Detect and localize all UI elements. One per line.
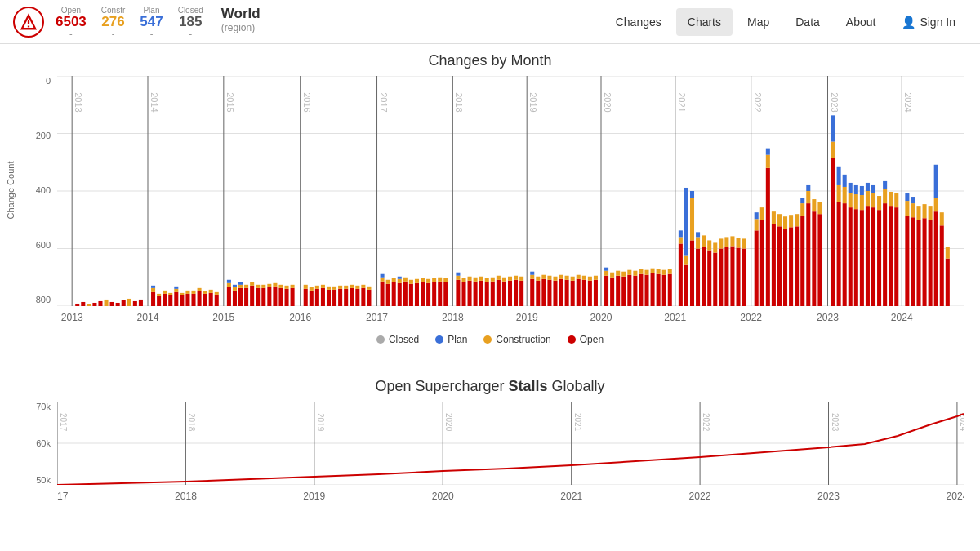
svg-rect-156 bbox=[479, 281, 483, 306]
svg-rect-237 bbox=[707, 240, 711, 250]
svg-rect-84 bbox=[256, 285, 260, 288]
svg-rect-297 bbox=[866, 191, 870, 206]
svg-rect-132 bbox=[403, 278, 408, 282]
svg-rect-97 bbox=[304, 289, 308, 306]
svg-text:2023: 2023 bbox=[830, 92, 840, 113]
svg-rect-267 bbox=[795, 214, 799, 226]
svg-text:2017: 2017 bbox=[366, 312, 388, 323]
svg-rect-46 bbox=[151, 286, 155, 288]
svg-rect-185 bbox=[565, 280, 569, 306]
plan-dot bbox=[435, 335, 443, 344]
svg-rect-264 bbox=[789, 227, 793, 306]
svg-rect-178 bbox=[541, 275, 546, 279]
svg-rect-64 bbox=[203, 294, 207, 306]
svg-text:2018: 2018 bbox=[442, 312, 464, 323]
svg-rect-166 bbox=[508, 281, 512, 306]
svg-rect-197 bbox=[604, 276, 608, 306]
legend-construction: Construction bbox=[483, 334, 550, 345]
svg-rect-200 bbox=[610, 278, 614, 306]
main-content: Changes by Month Change Count 800 600 40… bbox=[0, 44, 980, 551]
chart2-container: 70k 60k 50k 2017 2018 2019 bbox=[16, 402, 964, 508]
svg-text:2024: 2024 bbox=[891, 312, 913, 323]
svg-rect-135 bbox=[415, 283, 419, 306]
app-logo[interactable] bbox=[13, 7, 44, 38]
svg-rect-301 bbox=[871, 185, 875, 193]
svg-text:2013: 2013 bbox=[61, 312, 83, 323]
svg-rect-66 bbox=[209, 293, 213, 306]
svg-rect-142 bbox=[432, 278, 436, 282]
svg-text:2020: 2020 bbox=[432, 491, 454, 502]
svg-rect-86 bbox=[261, 285, 265, 288]
svg-rect-311 bbox=[905, 216, 909, 306]
svg-rect-325 bbox=[934, 165, 938, 198]
legend-closed: Closed bbox=[376, 334, 419, 345]
svg-rect-326 bbox=[940, 225, 944, 306]
svg-rect-75 bbox=[233, 285, 237, 287]
svg-rect-114 bbox=[350, 285, 354, 288]
open-dot bbox=[568, 335, 576, 344]
svg-rect-286 bbox=[843, 175, 847, 187]
svg-rect-72 bbox=[227, 280, 231, 283]
nav-signin[interactable]: 👤 Sign In bbox=[890, 11, 967, 33]
svg-rect-190 bbox=[577, 275, 581, 279]
svg-rect-188 bbox=[571, 277, 575, 281]
svg-rect-206 bbox=[627, 275, 631, 306]
svg-rect-77 bbox=[238, 285, 243, 288]
svg-rect-93 bbox=[285, 289, 289, 306]
svg-rect-61 bbox=[191, 291, 195, 294]
svg-rect-265 bbox=[789, 215, 793, 227]
svg-rect-109 bbox=[338, 289, 342, 306]
svg-rect-232 bbox=[696, 237, 700, 248]
svg-rect-204 bbox=[621, 277, 626, 306]
svg-text:2024: 2024 bbox=[946, 491, 964, 502]
svg-rect-134 bbox=[409, 280, 413, 284]
svg-rect-240 bbox=[719, 249, 723, 307]
nav-charts[interactable]: Charts bbox=[676, 8, 733, 36]
svg-rect-155 bbox=[474, 278, 478, 282]
svg-text:2014: 2014 bbox=[137, 312, 159, 323]
svg-rect-106 bbox=[327, 287, 331, 290]
svg-text:2016: 2016 bbox=[302, 92, 312, 113]
svg-rect-314 bbox=[911, 217, 915, 306]
nav-data[interactable]: Data bbox=[784, 8, 831, 36]
svg-rect-258 bbox=[772, 224, 776, 306]
svg-rect-133 bbox=[409, 284, 413, 306]
svg-rect-148 bbox=[456, 276, 460, 280]
svg-rect-201 bbox=[610, 273, 614, 278]
svg-rect-285 bbox=[843, 187, 847, 203]
svg-text:2019: 2019 bbox=[516, 312, 538, 323]
svg-rect-130 bbox=[398, 277, 402, 279]
svg-rect-320 bbox=[923, 204, 927, 218]
nav-map[interactable]: Map bbox=[736, 8, 781, 36]
svg-rect-118 bbox=[361, 285, 365, 288]
stat-closed: Closed 185 - bbox=[178, 6, 203, 38]
svg-rect-60 bbox=[191, 294, 195, 306]
svg-rect-145 bbox=[443, 282, 448, 306]
svg-rect-266 bbox=[795, 226, 799, 306]
svg-rect-57 bbox=[180, 293, 184, 295]
svg-rect-191 bbox=[582, 280, 586, 306]
svg-rect-317 bbox=[916, 220, 920, 306]
nav-changes[interactable]: Changes bbox=[604, 8, 673, 36]
svg-rect-327 bbox=[940, 212, 944, 225]
svg-rect-108 bbox=[332, 287, 336, 290]
svg-rect-254 bbox=[766, 155, 770, 168]
svg-rect-171 bbox=[519, 277, 523, 281]
svg-rect-202 bbox=[616, 276, 620, 306]
svg-rect-238 bbox=[713, 253, 717, 306]
svg-text:2024: 2024 bbox=[903, 92, 913, 113]
svg-rect-279 bbox=[831, 142, 835, 158]
svg-rect-198 bbox=[604, 271, 608, 276]
svg-rect-115 bbox=[355, 289, 359, 306]
nav-about[interactable]: About bbox=[835, 8, 888, 36]
svg-rect-235 bbox=[702, 235, 706, 247]
svg-rect-56 bbox=[180, 295, 184, 306]
svg-rect-247 bbox=[736, 238, 740, 247]
svg-rect-180 bbox=[547, 276, 551, 280]
svg-rect-290 bbox=[854, 209, 858, 306]
svg-rect-58 bbox=[185, 294, 189, 306]
svg-rect-168 bbox=[514, 280, 518, 306]
chart1-svg-wrapper: 2013 2014 2015 2016 2017 bbox=[57, 76, 964, 306]
svg-rect-150 bbox=[461, 282, 466, 306]
chart2-x-axis: 2017 2018 2019 2020 2021 2022 2023 2024 bbox=[57, 485, 964, 508]
